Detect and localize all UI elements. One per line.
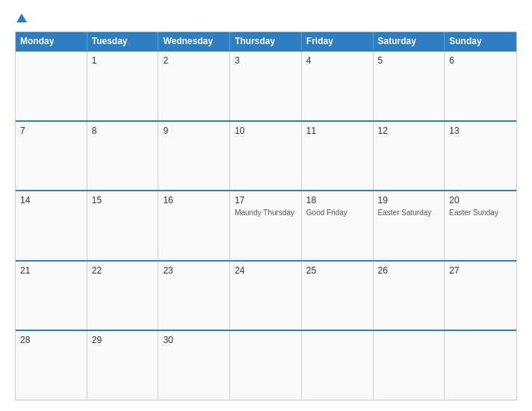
calendar-cell [302,331,374,400]
calendar-cell: 29 [87,331,159,400]
calendar-cell: 9 [158,122,230,191]
day-header-saturday: Saturday [374,32,445,50]
day-number: 8 [92,126,154,136]
logo [15,13,27,22]
calendar-week-2: 78910111213 [16,120,516,191]
calendar-cell: 8 [87,122,159,191]
day-number: 1 [92,55,154,66]
day-number: 4 [306,55,368,66]
day-number: 25 [306,265,368,276]
day-number: 17 [235,195,297,206]
calendar-cell: 3 [230,52,302,120]
calendar-cell: 15 [87,191,159,260]
day-number: 5 [378,55,440,66]
day-number: 28 [20,335,82,345]
calendar-cell [445,331,516,400]
calendar-cell: 11 [302,122,374,191]
day-event: Maundy Thursday [235,208,297,217]
day-event: Easter Sunday [449,208,512,217]
calendar-cell: 6 [445,52,516,120]
day-number: 6 [449,55,512,66]
day-number: 15 [92,195,154,206]
calendar-cell: 21 [16,262,87,330]
calendar-cell: 12 [374,122,445,191]
day-number: 22 [92,265,154,276]
calendar-week-4: 21222324252627 [16,260,516,330]
calendar-cell: 30 [158,331,230,400]
day-number: 11 [306,126,368,136]
day-number: 19 [378,195,440,206]
calendar-cell: 2 [158,52,230,120]
calendar-week-5: 282930 [16,330,516,400]
calendar-cell: 13 [445,122,516,191]
day-number: 30 [163,335,225,345]
day-number: 9 [163,126,225,136]
calendar-cell [374,331,445,400]
calendar-cell [230,331,302,400]
day-number: 24 [235,265,297,276]
day-number: 29 [92,335,154,345]
day-number: 7 [20,126,82,136]
calendar-cell: 26 [374,262,445,330]
day-header-friday: Friday [302,32,374,50]
day-number: 20 [449,195,512,206]
day-number: 16 [163,195,225,206]
day-number: 10 [235,126,297,136]
calendar-header [15,13,517,22]
calendar-cell: 23 [158,262,230,330]
calendar-week-1: 123456 [16,50,516,120]
day-header-sunday: Sunday [445,32,516,50]
day-number: 13 [449,126,512,136]
calendar-page: MondayTuesdayWednesdayThursdayFridaySatu… [0,0,532,411]
calendar-week-3: 14151617Maundy Thursday18Good Friday19Ea… [16,190,516,260]
calendar-cell: 28 [16,331,87,400]
day-number: 12 [378,126,440,136]
calendar-cell: 16 [158,191,230,260]
day-number: 27 [449,265,512,276]
calendar-cell: 25 [302,262,374,330]
logo-triangle-icon [16,13,27,22]
day-number: 26 [378,265,440,276]
day-event: Good Friday [306,208,368,217]
calendar-cell [16,52,87,120]
calendar-body: 1234567891011121314151617Maundy Thursday… [16,50,516,400]
day-header-tuesday: Tuesday [87,32,159,50]
day-event: Easter Saturday [378,208,440,217]
calendar-cell: 4 [302,52,374,120]
calendar-header-row: MondayTuesdayWednesdayThursdayFridaySatu… [16,32,516,50]
day-header-thursday: Thursday [230,32,302,50]
calendar-cell: 20Easter Sunday [445,191,516,260]
day-number: 23 [163,265,225,276]
day-number: 21 [20,265,82,276]
calendar-cell: 17Maundy Thursday [230,191,302,260]
calendar-cell: 7 [16,122,87,191]
day-header-wednesday: Wednesday [158,32,230,50]
calendar-cell: 18Good Friday [302,191,374,260]
calendar-cell: 10 [230,122,302,191]
calendar-cell: 24 [230,262,302,330]
day-header-monday: Monday [16,32,87,50]
day-number: 14 [20,195,82,206]
day-number: 3 [235,55,297,66]
calendar-grid: MondayTuesdayWednesdayThursdayFridaySatu… [15,31,517,401]
calendar-cell: 1 [87,52,159,120]
day-number: 18 [306,195,368,206]
calendar-cell: 19Easter Saturday [374,191,445,260]
calendar-cell: 27 [445,262,516,330]
day-number: 2 [163,55,225,66]
calendar-cell: 5 [374,52,445,120]
calendar-cell: 22 [87,262,159,330]
calendar-cell: 14 [16,191,87,260]
